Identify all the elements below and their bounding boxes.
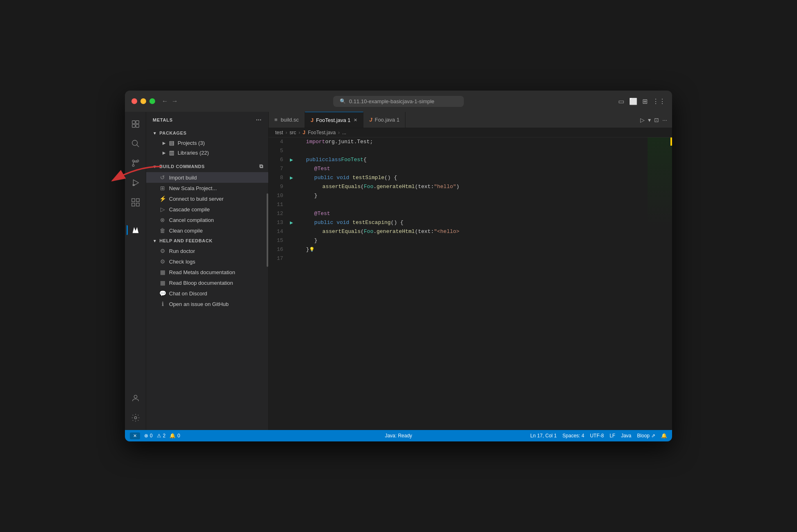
status-bloop[interactable]: Bloop ⇗ [637, 433, 655, 439]
footest-j-icon: J [311, 117, 314, 123]
sidebar-item-github-issue[interactable]: ℹ Open an issue on GitHub [146, 299, 268, 309]
code-token: ( [361, 184, 364, 190]
sidebar-item-new-scala-project[interactable]: ⊞ New Scala Project... [146, 183, 268, 193]
code-line-8: public void testSimple() { [306, 173, 641, 182]
packages-chevron-icon: ▼ [153, 131, 157, 135]
sidebar-item-projects[interactable]: ▶ ▤ Projects (3) [146, 138, 268, 148]
maximize-button[interactable] [149, 98, 155, 104]
code-token: Foo [364, 228, 373, 235]
tab-footest-java[interactable]: J FooTest.java 1 ✕ [305, 112, 364, 128]
build-commands-copy-icon[interactable]: ⧉ [259, 163, 263, 170]
status-errors[interactable]: ⊗ 0 [144, 433, 153, 439]
code-token: generateHtml [376, 184, 415, 190]
layout-icon[interactable]: ⊞ [642, 98, 648, 105]
sidebar-item-account[interactable] [127, 389, 145, 407]
run-class-button[interactable]: ▶ [290, 155, 300, 164]
clean-compile-icon: 🗑 [159, 227, 166, 234]
code-token: @Test [306, 209, 330, 218]
sidebar-item-import-build[interactable]: ↺ Import build [146, 172, 268, 183]
sidebar-item-search[interactable] [127, 135, 145, 153]
tab-build-sc[interactable]: ≡ build.sc [269, 112, 305, 128]
more-icon[interactable]: ⋮⋮ [652, 98, 666, 105]
panel-toggle-icon[interactable]: ⬜ [629, 98, 637, 105]
status-spaces[interactable]: Spaces: 4 [563, 433, 584, 439]
code-token: } [306, 236, 318, 245]
editor-area: ≡ build.sc J FooTest.java 1 ✕ J Foo.java… [269, 112, 672, 430]
sidebar-item-source-control[interactable] [127, 154, 145, 172]
status-left: ✕ ⊗ 0 ⚠ 2 🔔 0 [130, 432, 180, 439]
status-bell-icon[interactable]: 🔔 [661, 433, 667, 439]
run-method2-button[interactable]: ▶ [290, 218, 300, 227]
more-tab-options-icon[interactable]: ··· [662, 117, 667, 123]
libraries-label: Libraries (22) [178, 150, 209, 156]
forward-arrow-icon[interactable]: → [171, 98, 178, 105]
code-area: 4 5 6 7 8 9 10 11 12 13 14 15 16 17 [269, 137, 672, 430]
code-token: org.junit.Test; [325, 137, 373, 146]
sidebar-item-check-logs[interactable]: ⚙ Check logs [146, 256, 268, 267]
split-editor-icon[interactable]: ⊡ [654, 117, 659, 123]
lightbulb-icon[interactable]: 💡 [309, 245, 315, 254]
run-tests-icon[interactable]: ▷ [640, 117, 645, 123]
code-token: FooTest [341, 155, 363, 164]
status-position[interactable]: Ln 17, Col 1 [530, 433, 557, 439]
code-token: @Test [306, 164, 330, 173]
check-logs-icon: ⚙ [159, 258, 166, 265]
status-close-icon: ✕ [133, 433, 137, 438]
status-warnings[interactable]: ⚠ 2 [157, 433, 166, 439]
sidebar-item-clean-compile[interactable]: 🗑 Clean compile [146, 225, 268, 236]
line-numbers: 4 5 6 7 8 9 10 11 12 13 14 15 16 17 [269, 137, 290, 430]
svg-rect-3 [136, 124, 138, 127]
status-branch-icon[interactable]: ✕ [130, 432, 140, 439]
sidebar-item-run-doctor[interactable]: ⚙ Run doctor [146, 246, 268, 256]
github-icon: ℹ [159, 301, 166, 307]
more-options-icon[interactable]: ··· [256, 117, 262, 123]
sidebar-toggle-icon[interactable]: ▭ [618, 98, 624, 105]
run-method1-button[interactable]: ▶ [290, 173, 300, 182]
sidebar-item-metals[interactable] [127, 221, 145, 239]
breadcrumb-sep2: › [298, 130, 300, 135]
tab-foo-java[interactable]: J Foo.java 1 [363, 112, 405, 128]
help-section-header[interactable]: ▼ HELP AND FEEDBACK [146, 236, 268, 246]
svg-point-7 [137, 160, 139, 162]
cancel-compilation-label: Cancel compilation [169, 217, 214, 223]
build-commands-header[interactable]: ▼ BUILD COMMANDS ⧉ [146, 161, 268, 172]
status-language[interactable]: Java [621, 433, 631, 439]
bloop-docs-icon: ▦ [159, 279, 166, 286]
github-issue-label: Open an issue on GitHub [169, 301, 229, 307]
code-token: class [325, 155, 341, 164]
code-line-13: public void testEscaping() { [306, 218, 641, 227]
sidebar-item-bloop-docs[interactable]: ▦ Read Bloop documentation [146, 277, 268, 288]
search-bar[interactable]: 🔍 0.11.10-example-basicjava-1-simple [333, 96, 464, 107]
status-encoding[interactable]: UTF-8 [590, 433, 604, 439]
run-dropdown-icon[interactable]: ▾ [648, 117, 651, 123]
status-info[interactable]: 🔔 0 [169, 433, 180, 439]
sidebar-item-chat-discord[interactable]: 💬 Chat on Discord [146, 288, 268, 299]
close-button[interactable] [131, 98, 137, 104]
code-token: public void testEscaping() { [306, 218, 403, 227]
sidebar-item-cancel-compilation[interactable]: ⊗ Cancel compilation [146, 215, 268, 225]
sidebar-item-connect-build-server[interactable]: ⚡ Connect to build server [146, 193, 268, 204]
sidebar-item-explorer[interactable] [127, 115, 145, 133]
breadcrumb-footest: FooTest.java [308, 130, 336, 135]
sidebar-item-settings[interactable] [127, 409, 145, 427]
svg-point-15 [134, 395, 137, 398]
sidebar-item-libraries[interactable]: ▶ ▥ Libraries (22) [146, 148, 268, 157]
packages-section-header[interactable]: ▼ PACKAGES [146, 128, 268, 138]
sidebar-item-extensions[interactable] [127, 193, 145, 211]
sidebar: METALS ··· ▼ PACKAGES ▶ ▤ Projects (3) ▶ [146, 112, 269, 430]
code-token: ) [456, 184, 459, 190]
connect-build-icon: ⚡ [159, 195, 166, 202]
minimize-button[interactable] [140, 98, 146, 104]
sidebar-item-cascade-compile[interactable]: ▷ Cascade compile [146, 204, 268, 215]
titlebar: ← → 🔍 0.11.10-example-basicjava-1-simple… [125, 91, 672, 112]
svg-rect-11 [131, 199, 134, 202]
status-line-ending[interactable]: LF [610, 433, 615, 439]
back-arrow-icon[interactable]: ← [162, 98, 168, 105]
clean-compile-label: Clean compile [169, 228, 203, 234]
code-token: () { [384, 175, 397, 181]
sidebar-item-run-debug[interactable] [127, 174, 145, 192]
sidebar-item-metals-docs[interactable]: ▦ Read Metals documentation [146, 267, 268, 277]
tab-bar: ≡ build.sc J FooTest.java 1 ✕ J Foo.java… [269, 112, 672, 128]
tab-close-icon[interactable]: ✕ [354, 117, 357, 123]
code-line-7: @Test [306, 164, 641, 173]
